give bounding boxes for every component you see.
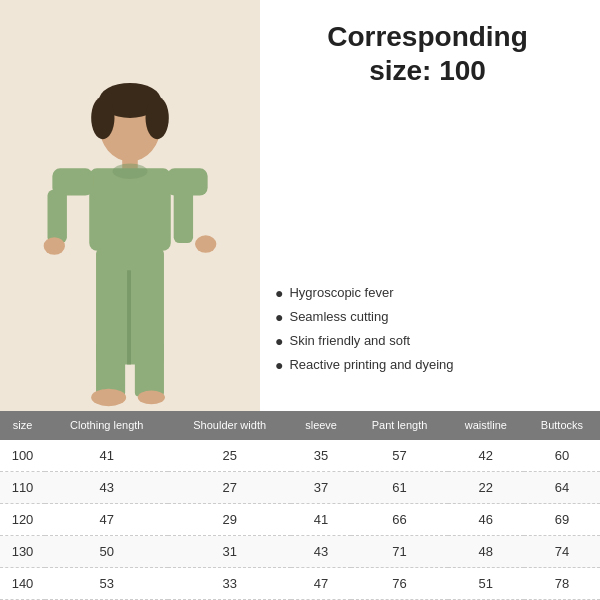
table-cell: 64 [524, 472, 600, 504]
svg-point-2 [91, 96, 114, 139]
table-cell: 42 [448, 440, 524, 472]
table-cell: 48 [448, 536, 524, 568]
table-cell: 46 [448, 504, 524, 536]
main-container: Corresponding size: 100 ●Hygroscopic fev… [0, 0, 600, 600]
svg-point-10 [44, 237, 65, 254]
table-cell: 100 [0, 440, 45, 472]
top-section: Corresponding size: 100 ●Hygroscopic fev… [0, 0, 600, 411]
table-cell: 53 [45, 568, 168, 600]
feature-text: Seamless cutting [289, 309, 388, 324]
svg-point-16 [91, 388, 126, 405]
table-cell: 41 [45, 440, 168, 472]
table-header-cell: size [0, 411, 45, 440]
table-cell: 43 [45, 472, 168, 504]
svg-point-11 [195, 235, 216, 252]
title-text: Corresponding size: 100 [275, 20, 580, 87]
size-table: sizeClothing lengthShoulder widthsleeveP… [0, 411, 600, 600]
table-cell: 43 [291, 536, 351, 568]
child-figure-svg [20, 81, 240, 411]
svg-point-18 [113, 163, 148, 179]
table-cell: 71 [351, 536, 448, 568]
feature-text: Skin friendly and soft [289, 333, 410, 348]
table-header-cell: Shoulder width [168, 411, 290, 440]
svg-rect-15 [135, 343, 164, 396]
svg-point-3 [146, 96, 169, 139]
table-cell: 140 [0, 568, 45, 600]
feature-text: Reactive printing and dyeing [289, 357, 453, 372]
table-header-cell: Clothing length [45, 411, 168, 440]
table-cell: 76 [351, 568, 448, 600]
table-cell: 74 [524, 536, 600, 568]
bullet-icon: ● [275, 357, 283, 373]
table-cell: 37 [291, 472, 351, 504]
feature-item: ●Skin friendly and soft [275, 333, 580, 349]
feature-item: ●Seamless cutting [275, 309, 580, 325]
table-cell: 29 [168, 504, 290, 536]
table-cell: 110 [0, 472, 45, 504]
title-line2: size: 100 [369, 55, 486, 86]
table-row: 110432737612264 [0, 472, 600, 504]
header-row: sizeClothing lengthShoulder widthsleeveP… [0, 411, 600, 440]
table-row: 120472941664669 [0, 504, 600, 536]
table-header-cell: sleeve [291, 411, 351, 440]
table-cell: 120 [0, 504, 45, 536]
table-cell: 66 [351, 504, 448, 536]
table-cell: 31 [168, 536, 290, 568]
info-side: Corresponding size: 100 ●Hygroscopic fev… [260, 0, 600, 411]
table-header: sizeClothing lengthShoulder widthsleeveP… [0, 411, 600, 440]
table-header-cell: waistline [448, 411, 524, 440]
bullet-icon: ● [275, 309, 283, 325]
table-header-cell: Buttocks [524, 411, 600, 440]
table-cell: 69 [524, 504, 600, 536]
feature-item: ●Reactive printing and dyeing [275, 357, 580, 373]
table-row: 140533347765178 [0, 568, 600, 600]
table-row: 130503143714874 [0, 536, 600, 568]
table-cell: 51 [448, 568, 524, 600]
table-body: 1004125355742601104327376122641204729416… [0, 440, 600, 600]
table-cell: 27 [168, 472, 290, 504]
table-cell: 22 [448, 472, 524, 504]
table-cell: 61 [351, 472, 448, 504]
table-cell: 47 [45, 504, 168, 536]
table-cell: 78 [524, 568, 600, 600]
title-block: Corresponding size: 100 [275, 20, 580, 87]
table-cell: 25 [168, 440, 290, 472]
table-cell: 47 [291, 568, 351, 600]
bullet-icon: ● [275, 333, 283, 349]
table-cell: 33 [168, 568, 290, 600]
svg-point-17 [138, 390, 165, 404]
table-cell: 130 [0, 536, 45, 568]
svg-rect-5 [89, 168, 171, 251]
feature-text: Hygroscopic fever [289, 285, 393, 300]
bullet-icon: ● [275, 285, 283, 301]
svg-rect-7 [48, 190, 67, 243]
svg-rect-13 [127, 270, 131, 364]
table-cell: 50 [45, 536, 168, 568]
feature-item: ●Hygroscopic fever [275, 285, 580, 301]
svg-rect-9 [174, 190, 193, 243]
title-line1: Corresponding [327, 21, 528, 52]
table-row: 100412535574260 [0, 440, 600, 472]
svg-rect-14 [96, 343, 125, 396]
table-header-cell: Pant length [351, 411, 448, 440]
table-section: sizeClothing lengthShoulder widthsleeveP… [0, 411, 600, 600]
table-cell: 41 [291, 504, 351, 536]
table-cell: 60 [524, 440, 600, 472]
features-list: ●Hygroscopic fever●Seamless cutting●Skin… [275, 275, 580, 391]
image-side [0, 0, 260, 411]
table-cell: 35 [291, 440, 351, 472]
table-cell: 57 [351, 440, 448, 472]
